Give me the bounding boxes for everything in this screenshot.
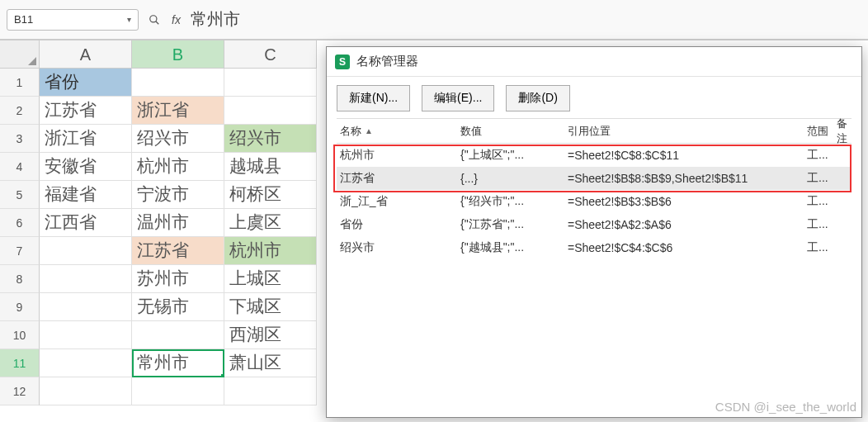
delete-button[interactable]: 删除(D) bbox=[506, 85, 569, 111]
cell-B9[interactable]: 无锡市 bbox=[132, 293, 224, 321]
app-logo-icon: S bbox=[335, 55, 350, 69]
cell-C9[interactable]: 下城区 bbox=[224, 293, 317, 321]
col-ref-header: 引用位置 bbox=[568, 124, 807, 139]
names-list: 名称 ▲ 数值 引用位置 范围 备注 杭州市{"上城区";"...=Sheet2… bbox=[337, 118, 851, 259]
name-box[interactable]: B11 ▾ bbox=[7, 9, 139, 31]
cell-A1[interactable]: 省份 bbox=[40, 69, 132, 97]
row-header[interactable]: 12 bbox=[0, 377, 40, 405]
row-header-column: 123456789101112 bbox=[0, 40, 40, 405]
fx-label: fx bbox=[172, 13, 181, 26]
cell-C8[interactable]: 上城区 bbox=[224, 265, 317, 293]
cell-C3[interactable]: 绍兴市 bbox=[224, 125, 317, 153]
cell-B6[interactable]: 温州市 bbox=[132, 209, 224, 237]
cell-C11[interactable]: 萧山区 bbox=[224, 349, 317, 377]
column-header-A[interactable]: A bbox=[40, 40, 132, 69]
cell-C4[interactable]: 越城县 bbox=[224, 153, 317, 181]
cell-A6[interactable]: 江西省 bbox=[40, 209, 132, 237]
new-button[interactable]: 新建(N)... bbox=[337, 85, 410, 111]
cell-B10[interactable] bbox=[132, 321, 224, 349]
col-scope-header: 范围 bbox=[807, 124, 837, 139]
cell-B8[interactable]: 苏州市 bbox=[132, 265, 224, 293]
cell-C6[interactable]: 上虞区 bbox=[224, 209, 317, 237]
row-header[interactable]: 9 bbox=[0, 293, 40, 321]
chevron-down-icon: ▾ bbox=[127, 15, 131, 24]
row-header[interactable]: 6 bbox=[0, 209, 40, 237]
dialog-title: 名称管理器 bbox=[356, 54, 418, 69]
list-header[interactable]: 名称 ▲ 数值 引用位置 范围 备注 bbox=[337, 119, 851, 144]
row-header[interactable]: 5 bbox=[0, 181, 40, 209]
sort-asc-icon: ▲ bbox=[365, 126, 373, 135]
cell-B4[interactable]: 杭州市 bbox=[132, 153, 224, 181]
svg-line-1 bbox=[156, 21, 159, 24]
cell-A2[interactable]: 江苏省 bbox=[40, 97, 132, 125]
cell-B1[interactable] bbox=[132, 69, 224, 97]
row-header[interactable]: 8 bbox=[0, 265, 40, 293]
cell-B12[interactable] bbox=[132, 377, 224, 405]
cell-C2[interactable] bbox=[224, 97, 317, 125]
cell-C12[interactable] bbox=[224, 377, 317, 405]
cell-A11[interactable] bbox=[40, 349, 132, 377]
column-header-B[interactable]: B bbox=[132, 40, 224, 69]
name-box-value: B11 bbox=[14, 13, 33, 26]
name-manager-dialog: S 名称管理器 新建(N)... 编辑(E)... 删除(D) 名称 ▲ 数值 … bbox=[326, 46, 862, 418]
edit-button[interactable]: 编辑(E)... bbox=[422, 85, 494, 111]
row-header[interactable]: 11 bbox=[0, 349, 40, 377]
cell-C1[interactable] bbox=[224, 69, 317, 97]
list-item[interactable]: 浙_江_省{"绍兴市";"...=Sheet2!$B$3:$B$6工... bbox=[337, 190, 851, 213]
dialog-titlebar[interactable]: S 名称管理器 bbox=[327, 47, 861, 77]
row-header[interactable]: 2 bbox=[0, 97, 40, 125]
cell-C10[interactable]: 西湖区 bbox=[224, 321, 317, 349]
cell-B7[interactable]: 江苏省 bbox=[132, 237, 224, 265]
col-name-header: 名称 bbox=[340, 124, 361, 139]
cell-A9[interactable] bbox=[40, 293, 132, 321]
list-item[interactable]: 杭州市{"上城区";"...=Sheet2!$C$8:$C$11工... bbox=[337, 144, 851, 167]
select-all-corner[interactable] bbox=[0, 40, 40, 69]
dialog-toolbar: 新建(N)... 编辑(E)... 删除(D) bbox=[327, 77, 861, 118]
cell-A7[interactable] bbox=[40, 237, 132, 265]
row-header[interactable]: 7 bbox=[0, 237, 40, 265]
formula-bar: B11 ▾ fx bbox=[0, 0, 868, 40]
list-item[interactable]: 省份{"江苏省";"...=Sheet2!$A$2:$A$6工... bbox=[337, 213, 851, 236]
cell-C5[interactable]: 柯桥区 bbox=[224, 181, 317, 209]
row-header[interactable]: 10 bbox=[0, 321, 40, 349]
cell-A10[interactable] bbox=[40, 321, 132, 349]
svg-point-0 bbox=[150, 15, 157, 21]
cell-A3[interactable]: 浙江省 bbox=[40, 125, 132, 153]
cell-A12[interactable] bbox=[40, 377, 132, 405]
list-item[interactable]: 江苏省{...}=Sheet2!$B$8:$B$9,Sheet2!$B$11工.… bbox=[337, 167, 851, 190]
list-item[interactable]: 绍兴市{"越城县";"...=Sheet2!$C$4:$C$6工... bbox=[337, 236, 851, 259]
cell-A4[interactable]: 安徽省 bbox=[40, 153, 132, 181]
cell-A5[interactable]: 福建省 bbox=[40, 181, 132, 209]
cell-C7[interactable]: 杭州市 bbox=[224, 237, 317, 265]
row-header[interactable]: 4 bbox=[0, 153, 40, 181]
search-icon[interactable] bbox=[144, 9, 165, 31]
cell-A8[interactable] bbox=[40, 265, 132, 293]
cell-B11[interactable]: 常州市 bbox=[132, 349, 224, 377]
row-header[interactable]: 1 bbox=[0, 69, 40, 97]
column-header-C[interactable]: C bbox=[224, 40, 317, 69]
formula-input[interactable] bbox=[187, 7, 861, 33]
cell-B5[interactable]: 宁波市 bbox=[132, 181, 224, 209]
col-value-header: 数值 bbox=[460, 124, 568, 139]
row-header[interactable]: 3 bbox=[0, 125, 40, 153]
col-note-header: 备注 bbox=[837, 116, 851, 146]
cell-B2[interactable]: 浙江省 bbox=[132, 97, 224, 125]
cell-B3[interactable]: 绍兴市 bbox=[132, 125, 224, 153]
